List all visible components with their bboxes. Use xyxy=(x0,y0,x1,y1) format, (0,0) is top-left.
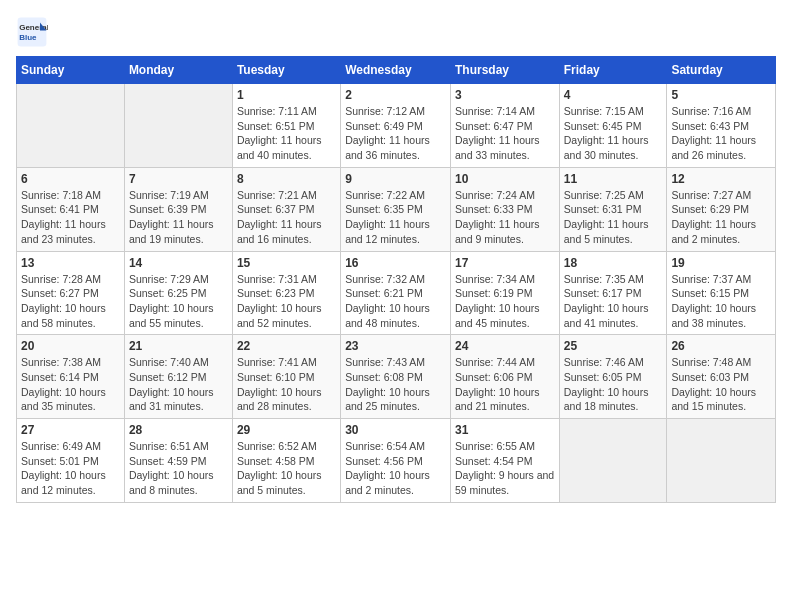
day-number: 30 xyxy=(345,423,446,437)
day-cell xyxy=(559,419,667,503)
day-info: Sunrise: 7:15 AMSunset: 6:45 PMDaylight:… xyxy=(564,104,663,163)
day-number: 17 xyxy=(455,256,555,270)
day-cell: 29Sunrise: 6:52 AMSunset: 4:58 PMDayligh… xyxy=(232,419,340,503)
day-cell: 18Sunrise: 7:35 AMSunset: 6:17 PMDayligh… xyxy=(559,251,667,335)
day-number: 11 xyxy=(564,172,663,186)
header-wednesday: Wednesday xyxy=(341,57,451,84)
day-number: 12 xyxy=(671,172,771,186)
day-info: Sunrise: 7:46 AMSunset: 6:05 PMDaylight:… xyxy=(564,355,663,414)
day-info: Sunrise: 7:48 AMSunset: 6:03 PMDaylight:… xyxy=(671,355,771,414)
day-number: 4 xyxy=(564,88,663,102)
day-cell: 5Sunrise: 7:16 AMSunset: 6:43 PMDaylight… xyxy=(667,84,776,168)
day-info: Sunrise: 7:29 AMSunset: 6:25 PMDaylight:… xyxy=(129,272,228,331)
day-cell: 11Sunrise: 7:25 AMSunset: 6:31 PMDayligh… xyxy=(559,167,667,251)
day-info: Sunrise: 7:32 AMSunset: 6:21 PMDaylight:… xyxy=(345,272,446,331)
day-number: 23 xyxy=(345,339,446,353)
header-monday: Monday xyxy=(124,57,232,84)
day-number: 27 xyxy=(21,423,120,437)
day-info: Sunrise: 7:34 AMSunset: 6:19 PMDaylight:… xyxy=(455,272,555,331)
day-cell: 14Sunrise: 7:29 AMSunset: 6:25 PMDayligh… xyxy=(124,251,232,335)
day-cell: 15Sunrise: 7:31 AMSunset: 6:23 PMDayligh… xyxy=(232,251,340,335)
day-number: 14 xyxy=(129,256,228,270)
day-info: Sunrise: 7:14 AMSunset: 6:47 PMDaylight:… xyxy=(455,104,555,163)
day-cell: 9Sunrise: 7:22 AMSunset: 6:35 PMDaylight… xyxy=(341,167,451,251)
day-info: Sunrise: 6:49 AMSunset: 5:01 PMDaylight:… xyxy=(21,439,120,498)
header-thursday: Thursday xyxy=(450,57,559,84)
header-sunday: Sunday xyxy=(17,57,125,84)
week-row-1: 1Sunrise: 7:11 AMSunset: 6:51 PMDaylight… xyxy=(17,84,776,168)
day-cell: 16Sunrise: 7:32 AMSunset: 6:21 PMDayligh… xyxy=(341,251,451,335)
day-info: Sunrise: 6:52 AMSunset: 4:58 PMDaylight:… xyxy=(237,439,336,498)
day-info: Sunrise: 7:35 AMSunset: 6:17 PMDaylight:… xyxy=(564,272,663,331)
day-cell: 20Sunrise: 7:38 AMSunset: 6:14 PMDayligh… xyxy=(17,335,125,419)
day-number: 15 xyxy=(237,256,336,270)
day-number: 24 xyxy=(455,339,555,353)
day-cell: 12Sunrise: 7:27 AMSunset: 6:29 PMDayligh… xyxy=(667,167,776,251)
logo-icon: General Blue xyxy=(16,16,48,48)
day-number: 21 xyxy=(129,339,228,353)
day-cell xyxy=(667,419,776,503)
day-cell: 2Sunrise: 7:12 AMSunset: 6:49 PMDaylight… xyxy=(341,84,451,168)
day-info: Sunrise: 7:19 AMSunset: 6:39 PMDaylight:… xyxy=(129,188,228,247)
day-info: Sunrise: 7:12 AMSunset: 6:49 PMDaylight:… xyxy=(345,104,446,163)
day-number: 1 xyxy=(237,88,336,102)
day-info: Sunrise: 7:40 AMSunset: 6:12 PMDaylight:… xyxy=(129,355,228,414)
day-number: 5 xyxy=(671,88,771,102)
day-number: 29 xyxy=(237,423,336,437)
day-cell: 21Sunrise: 7:40 AMSunset: 6:12 PMDayligh… xyxy=(124,335,232,419)
day-info: Sunrise: 6:55 AMSunset: 4:54 PMDaylight:… xyxy=(455,439,555,498)
day-number: 3 xyxy=(455,88,555,102)
day-info: Sunrise: 7:37 AMSunset: 6:15 PMDaylight:… xyxy=(671,272,771,331)
day-cell: 25Sunrise: 7:46 AMSunset: 6:05 PMDayligh… xyxy=(559,335,667,419)
day-number: 8 xyxy=(237,172,336,186)
day-info: Sunrise: 7:22 AMSunset: 6:35 PMDaylight:… xyxy=(345,188,446,247)
week-row-2: 6Sunrise: 7:18 AMSunset: 6:41 PMDaylight… xyxy=(17,167,776,251)
header-friday: Friday xyxy=(559,57,667,84)
day-cell: 31Sunrise: 6:55 AMSunset: 4:54 PMDayligh… xyxy=(450,419,559,503)
header: General Blue xyxy=(16,16,776,48)
day-number: 25 xyxy=(564,339,663,353)
header-tuesday: Tuesday xyxy=(232,57,340,84)
day-cell: 23Sunrise: 7:43 AMSunset: 6:08 PMDayligh… xyxy=(341,335,451,419)
day-info: Sunrise: 6:51 AMSunset: 4:59 PMDaylight:… xyxy=(129,439,228,498)
day-cell: 22Sunrise: 7:41 AMSunset: 6:10 PMDayligh… xyxy=(232,335,340,419)
day-info: Sunrise: 7:31 AMSunset: 6:23 PMDaylight:… xyxy=(237,272,336,331)
day-cell: 24Sunrise: 7:44 AMSunset: 6:06 PMDayligh… xyxy=(450,335,559,419)
day-cell: 26Sunrise: 7:48 AMSunset: 6:03 PMDayligh… xyxy=(667,335,776,419)
day-info: Sunrise: 6:54 AMSunset: 4:56 PMDaylight:… xyxy=(345,439,446,498)
day-number: 20 xyxy=(21,339,120,353)
day-cell xyxy=(17,84,125,168)
week-row-5: 27Sunrise: 6:49 AMSunset: 5:01 PMDayligh… xyxy=(17,419,776,503)
day-info: Sunrise: 7:11 AMSunset: 6:51 PMDaylight:… xyxy=(237,104,336,163)
day-info: Sunrise: 7:41 AMSunset: 6:10 PMDaylight:… xyxy=(237,355,336,414)
svg-text:Blue: Blue xyxy=(19,33,37,42)
day-cell: 7Sunrise: 7:19 AMSunset: 6:39 PMDaylight… xyxy=(124,167,232,251)
day-number: 31 xyxy=(455,423,555,437)
calendar-table: SundayMondayTuesdayWednesdayThursdayFrid… xyxy=(16,56,776,503)
day-cell: 30Sunrise: 6:54 AMSunset: 4:56 PMDayligh… xyxy=(341,419,451,503)
day-cell: 13Sunrise: 7:28 AMSunset: 6:27 PMDayligh… xyxy=(17,251,125,335)
day-info: Sunrise: 7:25 AMSunset: 6:31 PMDaylight:… xyxy=(564,188,663,247)
day-number: 26 xyxy=(671,339,771,353)
day-info: Sunrise: 7:27 AMSunset: 6:29 PMDaylight:… xyxy=(671,188,771,247)
calendar-header-row: SundayMondayTuesdayWednesdayThursdayFrid… xyxy=(17,57,776,84)
day-number: 28 xyxy=(129,423,228,437)
day-info: Sunrise: 7:43 AMSunset: 6:08 PMDaylight:… xyxy=(345,355,446,414)
day-number: 16 xyxy=(345,256,446,270)
day-number: 10 xyxy=(455,172,555,186)
day-info: Sunrise: 7:38 AMSunset: 6:14 PMDaylight:… xyxy=(21,355,120,414)
day-info: Sunrise: 7:24 AMSunset: 6:33 PMDaylight:… xyxy=(455,188,555,247)
day-info: Sunrise: 7:28 AMSunset: 6:27 PMDaylight:… xyxy=(21,272,120,331)
day-cell xyxy=(124,84,232,168)
day-cell: 8Sunrise: 7:21 AMSunset: 6:37 PMDaylight… xyxy=(232,167,340,251)
day-cell: 1Sunrise: 7:11 AMSunset: 6:51 PMDaylight… xyxy=(232,84,340,168)
day-number: 19 xyxy=(671,256,771,270)
logo: General Blue xyxy=(16,16,50,48)
day-number: 22 xyxy=(237,339,336,353)
day-number: 9 xyxy=(345,172,446,186)
day-number: 2 xyxy=(345,88,446,102)
day-cell: 17Sunrise: 7:34 AMSunset: 6:19 PMDayligh… xyxy=(450,251,559,335)
day-cell: 27Sunrise: 6:49 AMSunset: 5:01 PMDayligh… xyxy=(17,419,125,503)
day-number: 18 xyxy=(564,256,663,270)
day-info: Sunrise: 7:18 AMSunset: 6:41 PMDaylight:… xyxy=(21,188,120,247)
